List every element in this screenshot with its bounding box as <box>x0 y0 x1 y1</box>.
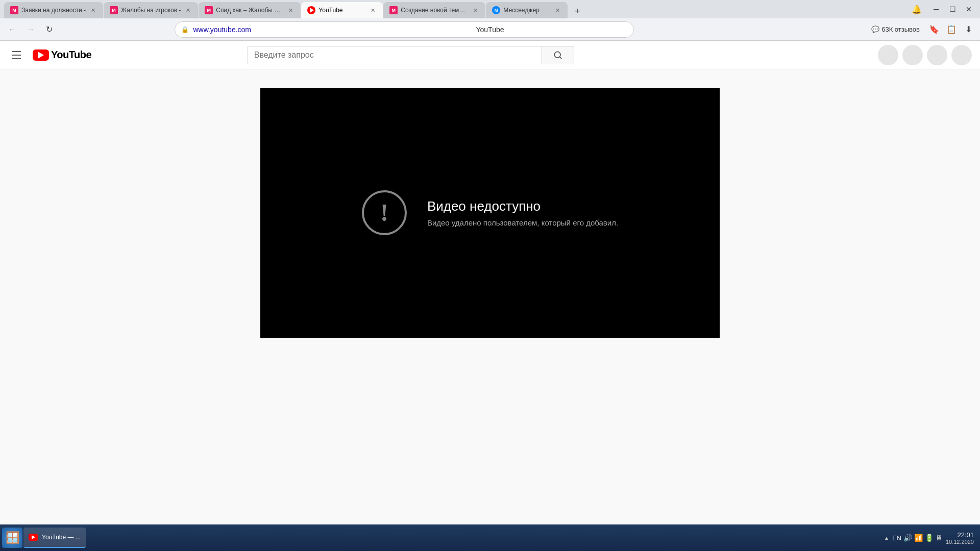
taskbar: 🪟 YouTube — ... ▲ EN 🔊 📶 🔋 🖥 22:01 10.12… <box>0 524 980 551</box>
tab-favicon-4 <box>307 6 315 14</box>
tab-close-1[interactable]: ✕ <box>89 6 97 14</box>
bookmark-icon[interactable]: 🔖 <box>927 22 941 37</box>
secure-lock-icon: 🔒 <box>181 26 189 33</box>
video-player: ! Видео недоступно Видео удалено пользов… <box>260 88 720 338</box>
minimize-button[interactable]: ─ <box>929 2 943 16</box>
error-title: Видео недоступно <box>427 198 618 214</box>
tab-1[interactable]: M Заявки на должности - ✕ <box>4 2 103 18</box>
navigation-toolbar: ← → ↻ 🔒 www.youtube.com YouTube 💬 63К от… <box>0 18 980 41</box>
main-content: ! Видео недоступно Видео удалено пользов… <box>0 69 980 551</box>
youtube-logo-icon <box>33 49 49 61</box>
maximize-button[interactable]: ☐ <box>945 2 960 16</box>
speaker-icon[interactable]: 🔊 <box>903 534 912 542</box>
tab-3[interactable]: M Спид хак – Жалобы на... ✕ <box>199 2 301 18</box>
network-icon[interactable]: 📶 <box>914 534 923 542</box>
refresh-button[interactable]: ↻ <box>41 21 57 38</box>
tab-4-youtube[interactable]: YouTube ✕ <box>301 2 383 18</box>
start-button[interactable]: 🪟 <box>2 528 22 548</box>
collections-icon[interactable]: 📋 <box>944 22 959 37</box>
tab-title-6: Мессенджер <box>503 7 550 14</box>
tab-title-2: Жалобы на игроков - <box>121 7 181 14</box>
reviews-button[interactable]: 💬 63К отзывов <box>867 23 924 35</box>
user-avatar-3[interactable] <box>927 45 947 65</box>
clock-date: 10.12.2020 <box>946 539 974 545</box>
download-icon[interactable]: ⬇ <box>962 22 976 37</box>
tab-5[interactable]: M Создание новой темы... ✕ <box>383 2 485 18</box>
youtube-logo[interactable]: YouTube <box>33 49 91 61</box>
taskbar-app-label: YouTube — ... <box>42 534 81 541</box>
tab-favicon-5: M <box>389 6 398 14</box>
display-icon[interactable]: 🖥 <box>936 534 943 542</box>
error-subtitle: Видео удалено пользователем, который его… <box>427 218 618 227</box>
tab-favicon-1: M <box>10 6 18 14</box>
chat-icon: 💬 <box>871 26 879 33</box>
tab-close-4[interactable]: ✕ <box>369 6 377 14</box>
close-button[interactable]: ✕ <box>962 2 976 16</box>
search-bar <box>248 46 574 64</box>
tab-favicon-2: M <box>110 6 118 14</box>
video-section: ! Видео недоступно Видео удалено пользов… <box>245 69 735 348</box>
taskbar-youtube-app[interactable]: YouTube — ... <box>23 528 86 548</box>
search-button[interactable] <box>542 46 574 64</box>
address-bar[interactable]: 🔒 www.youtube.com <box>175 21 634 38</box>
tab-title-5: Создание новой темы... <box>401 7 468 14</box>
menu-hamburger-button[interactable] <box>8 47 24 63</box>
window-controls: ─ ☐ ✕ <box>929 2 976 16</box>
tab-2[interactable]: M Жалобы на игроков - ✕ <box>104 2 198 18</box>
svg-line-1 <box>560 57 562 59</box>
toolbar-right-controls: 💬 63К отзывов 🔖 📋 ⬇ <box>867 22 976 37</box>
taskbar-right: ▲ EN 🔊 📶 🔋 🖥 22:01 10.12.2020 <box>884 531 978 545</box>
url-text: www.youtube.com <box>193 26 627 34</box>
tab-favicon-6: M <box>492 6 500 14</box>
tab-close-5[interactable]: ✕ <box>471 6 479 14</box>
tab-title-3: Спид хак – Жалобы на... <box>216 7 283 14</box>
user-avatar-4[interactable] <box>951 45 972 65</box>
system-tray[interactable]: ▲ <box>884 535 889 541</box>
tab-close-2[interactable]: ✕ <box>184 6 192 14</box>
user-avatar-1[interactable] <box>878 45 898 65</box>
lang-indicator: EN <box>892 534 901 542</box>
tab-title-4: YouTube <box>318 7 365 14</box>
header-right-controls <box>878 45 972 65</box>
page-content: YouTube <box>0 41 980 551</box>
taskbar-youtube-icon <box>29 534 38 541</box>
tabs-row: M Заявки на должности - ✕ M Жалобы на иг… <box>4 0 910 18</box>
new-tab-button[interactable]: + <box>570 4 584 18</box>
search-input[interactable] <box>248 46 542 64</box>
notification-bell-icon[interactable]: 🔔 <box>910 2 924 16</box>
exclamation-icon: ! <box>380 201 388 225</box>
reviews-count: 63К отзывов <box>881 26 920 33</box>
tab-6[interactable]: M Мессенджер ✕ <box>486 2 568 18</box>
tray-icons: EN 🔊 📶 🔋 🖥 <box>892 534 943 542</box>
battery-icon[interactable]: 🔋 <box>925 534 934 542</box>
clock-time: 22:01 <box>946 531 974 539</box>
back-button[interactable]: ← <box>4 21 20 38</box>
system-clock[interactable]: 22:01 10.12.2020 <box>946 531 974 545</box>
user-avatar-2[interactable] <box>902 45 923 65</box>
svg-point-0 <box>554 52 560 58</box>
youtube-logo-text: YouTube <box>51 49 91 61</box>
tab-close-3[interactable]: ✕ <box>286 6 295 14</box>
tab-title-1: Заявки на должности - <box>21 7 86 14</box>
error-icon-circle: ! <box>362 190 407 235</box>
video-error-overlay: ! Видео недоступно Видео удалено пользов… <box>362 190 618 235</box>
youtube-header: YouTube <box>0 41 980 69</box>
title-bar: M Заявки на должности - ✕ M Жалобы на иг… <box>0 0 980 18</box>
error-text-block: Видео недоступно Видео удалено пользоват… <box>427 198 618 227</box>
tray-expand-icon: ▲ <box>884 535 889 541</box>
tab-close-6[interactable]: ✕ <box>553 6 561 14</box>
tab-favicon-3: M <box>205 6 213 14</box>
forward-button[interactable]: → <box>22 21 39 38</box>
